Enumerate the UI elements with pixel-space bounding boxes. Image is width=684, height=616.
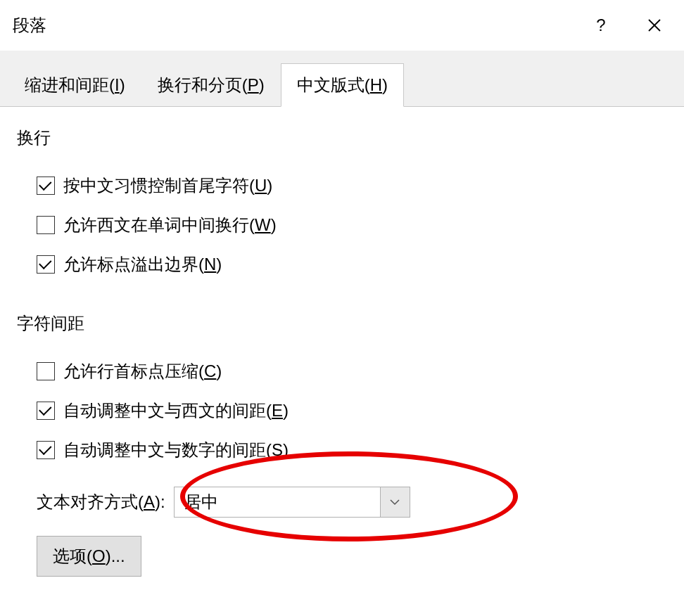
checkbox-label: 按中文习惯控制首尾字符(U) — [63, 174, 272, 197]
checkbox-label: 允许行首标点压缩(C) — [63, 360, 222, 383]
paragraph-dialog: 段落 ? 缩进和间距(I) 换行和分页(P) 中文版式(H) 换行 — [0, 0, 684, 605]
section-title-line-break: 换行 — [17, 127, 667, 149]
alignment-dropdown[interactable]: 居中 — [174, 487, 410, 518]
checkbox-row-asian-number-space: 自动调整中文与数字的间距(S) — [17, 430, 667, 470]
checkbox-latin-wrap[interactable] — [37, 216, 55, 234]
dialog-title: 段落 — [13, 14, 584, 37]
checkbox-label: 允许西文在单词中间换行(W) — [63, 214, 277, 236]
options-button-label: 选项(O)... — [53, 546, 125, 565]
checkbox-row-first-last-char: 按中文习惯控制首尾字符(U) — [17, 166, 667, 205]
field-row-text-alignment: 文本对齐方式(A): 居中 — [17, 470, 667, 526]
section-char-spacing: 字符间距 允许行首标点压缩(C) 自动调整中文与西文的间距(E) 自动调整中文与… — [17, 312, 667, 577]
checkbox-label: 自动调整中文与西文的间距(E) — [63, 399, 289, 422]
alignment-value: 居中 — [175, 491, 380, 513]
close-button[interactable] — [638, 8, 671, 42]
tab-asian-typography[interactable]: 中文版式(H) — [281, 63, 404, 107]
checkbox-compress-punct[interactable] — [37, 362, 55, 380]
checkbox-first-last-char[interactable] — [37, 177, 55, 195]
checkbox-row-hanging-punct: 允许标点溢出边界(N) — [17, 245, 667, 284]
help-button[interactable]: ? — [584, 8, 618, 42]
checkbox-label: 自动调整中文与数字的间距(S) — [63, 439, 289, 461]
tab-indent-spacing[interactable]: 缩进和间距(I) — [8, 63, 141, 106]
tab-label: 中文版式(H) — [297, 75, 388, 94]
checkbox-asian-latin-space[interactable] — [37, 402, 55, 420]
close-icon — [647, 18, 661, 32]
dropdown-arrow — [380, 487, 410, 517]
tab-line-page-breaks[interactable]: 换行和分页(P) — [141, 63, 281, 106]
tab-strip: 缩进和间距(I) 换行和分页(P) 中文版式(H) — [0, 51, 684, 106]
checkbox-row-asian-latin-space: 自动调整中文与西文的间距(E) — [17, 391, 667, 430]
checkbox-row-compress-punct: 允许行首标点压缩(C) — [17, 352, 667, 391]
tab-panel: 换行 按中文习惯控制首尾字符(U) 允许西文在单词中间换行(W) 允许标点溢出边… — [0, 106, 684, 605]
section-title-char-spacing: 字符间距 — [17, 312, 667, 335]
tab-label: 换行和分页(P) — [158, 75, 265, 94]
checkbox-row-latin-wrap: 允许西文在单词中间换行(W) — [17, 205, 667, 245]
tab-label: 缩进和间距(I) — [25, 75, 125, 94]
content-area: 缩进和间距(I) 换行和分页(P) 中文版式(H) 换行 按中文习惯控制首尾字符… — [0, 51, 684, 605]
chevron-down-icon — [389, 499, 400, 506]
options-button[interactable]: 选项(O)... — [37, 536, 141, 577]
checkbox-label: 允许标点溢出边界(N) — [63, 253, 222, 276]
section-line-break: 换行 按中文习惯控制首尾字符(U) 允许西文在单词中间换行(W) 允许标点溢出边… — [17, 127, 667, 284]
titlebar: 段落 ? — [0, 0, 684, 51]
checkbox-hanging-punct[interactable] — [37, 255, 55, 274]
checkbox-asian-number-space[interactable] — [37, 441, 55, 459]
alignment-label: 文本对齐方式(A): — [37, 491, 165, 513]
options-row: 选项(O)... — [17, 526, 667, 577]
